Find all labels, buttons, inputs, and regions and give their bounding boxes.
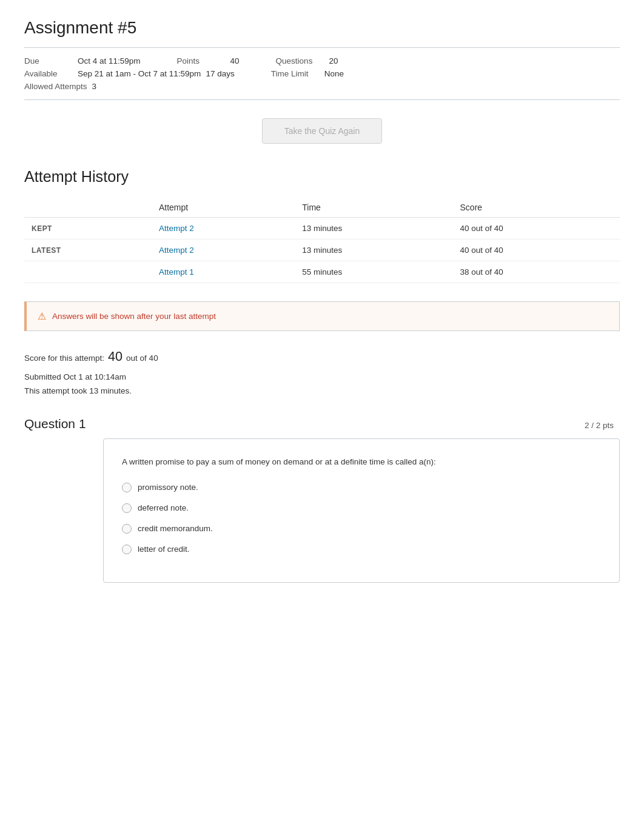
row-score: 40 out of 40	[453, 240, 620, 261]
answer-option-3[interactable]: credit memorandum.	[122, 524, 601, 534]
days-value: 17 days	[206, 69, 234, 78]
attempt-header: Attempt	[152, 198, 295, 218]
notice-text: Answers will be shown after your last at…	[52, 312, 216, 321]
table-row: KEPTAttempt 213 minutes40 out of 40	[24, 218, 620, 240]
question-1-text: A written promise to pay a sum of money …	[122, 456, 601, 468]
available-label: Available	[24, 69, 73, 78]
answer-option-2[interactable]: deferred note.	[122, 503, 601, 513]
score-out-of: out of 40	[126, 352, 158, 366]
answer-radio-4[interactable]	[122, 545, 132, 554]
attempt-history-title: Attempt History	[24, 168, 620, 186]
row-score: 40 out of 40	[453, 218, 620, 240]
row-attempt[interactable]: Attempt 2	[152, 240, 295, 261]
row-attempt[interactable]: Attempt 2	[152, 218, 295, 240]
info-row-1: Due Oct 4 at 11:59pm Points 40 Questions…	[24, 56, 620, 69]
take-quiz-button[interactable]: Take the Quiz Again	[262, 118, 383, 144]
attempt-table: Attempt Time Score KEPTAttempt 213 minut…	[24, 198, 620, 283]
col-label-header	[24, 198, 152, 218]
allowed-label: Allowed Attempts	[24, 82, 87, 91]
table-row: LATESTAttempt 213 minutes40 out of 40	[24, 240, 620, 261]
points-label: Points	[177, 56, 226, 65]
table-row: Attempt 155 minutes38 out of 40	[24, 261, 620, 283]
answer-radio-2[interactable]	[122, 503, 132, 513]
answer-option-4[interactable]: letter of credit.	[122, 545, 601, 554]
row-time: 55 minutes	[295, 261, 452, 283]
row-attempt[interactable]: Attempt 1	[152, 261, 295, 283]
question-1-header: Question 1 2 / 2 pts	[24, 417, 620, 431]
row-time: 13 minutes	[295, 240, 452, 261]
answer-option-1[interactable]: promissory note.	[122, 483, 601, 492]
due-value: Oct 4 at 11:59pm	[78, 56, 141, 65]
info-row-2: Available Sep 21 at 1am - Oct 7 at 11:59…	[24, 69, 620, 82]
row-label	[24, 261, 152, 283]
notice-box: ⚠ Answers will be shown after your last …	[24, 301, 620, 331]
points-value: 40	[230, 56, 240, 65]
notice-icon: ⚠	[38, 310, 46, 322]
info-section: Due Oct 4 at 11:59pm Points 40 Questions…	[24, 47, 620, 100]
answer-radio-1[interactable]	[122, 483, 132, 492]
time-limit-label: Time Limit	[271, 69, 320, 78]
score-section: Score for this attempt: 40 out of 40 Sub…	[24, 346, 620, 398]
row-time: 13 minutes	[295, 218, 452, 240]
answer-label-3: credit memorandum.	[138, 524, 213, 533]
quiz-button-container: Take the Quiz Again	[24, 118, 620, 144]
page-title: Assignment #5	[24, 18, 620, 38]
row-score: 38 out of 40	[453, 261, 620, 283]
time-header: Time	[295, 198, 452, 218]
questions-value: 20	[329, 56, 338, 65]
attempt-history-section: Attempt History Attempt Time Score KEPTA…	[24, 168, 620, 283]
answer-label-1: promissory note.	[138, 483, 198, 492]
due-label: Due	[24, 56, 73, 65]
allowed-value: 3	[92, 82, 97, 91]
score-label: Score for this attempt:	[24, 352, 104, 366]
score-line: Score for this attempt: 40 out of 40	[24, 346, 620, 368]
questions-label: Questions	[276, 56, 324, 65]
question-1-pts: 2 / 2 pts	[585, 421, 614, 430]
question-1-title: Question 1	[24, 417, 86, 431]
answer-options: promissory note.deferred note.credit mem…	[122, 483, 601, 554]
score-big-number: 40	[108, 346, 122, 368]
answer-label-2: deferred note.	[138, 503, 189, 512]
duration-line: This attempt took 13 minutes.	[24, 384, 620, 398]
row-label: LATEST	[24, 240, 152, 261]
question-1-card: A written promise to pay a sum of money …	[103, 438, 620, 583]
question-1-block: Question 1 2 / 2 pts A written promise t…	[24, 417, 620, 583]
time-limit-value: None	[324, 69, 344, 78]
available-value: Sep 21 at 1am - Oct 7 at 11:59pm	[78, 69, 201, 78]
row-label: KEPT	[24, 218, 152, 240]
submitted-line: Submitted Oct 1 at 10:14am	[24, 371, 620, 384]
table-header-row: Attempt Time Score	[24, 198, 620, 218]
answer-label-4: letter of credit.	[138, 545, 190, 554]
answer-radio-3[interactable]	[122, 524, 132, 534]
score-header: Score	[453, 198, 620, 218]
allowed-row: Allowed Attempts 3	[24, 82, 620, 91]
